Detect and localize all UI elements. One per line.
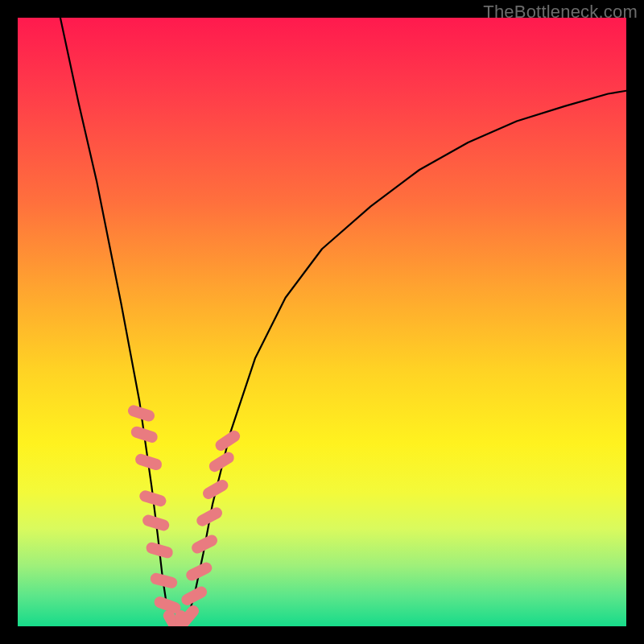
- watermark-text: TheBottleneck.com: [483, 2, 638, 23]
- data-marker: [213, 428, 242, 453]
- data-marker: [190, 533, 220, 555]
- data-marker: [184, 560, 214, 582]
- chart-plot-area: [18, 18, 626, 626]
- bottleneck-curve: [60, 18, 626, 626]
- chart-svg: [18, 18, 626, 626]
- data-marker: [200, 477, 229, 501]
- chart-frame: TheBottleneck.com: [0, 0, 644, 644]
- marker-group: [126, 403, 242, 626]
- data-marker: [180, 584, 209, 607]
- curve-group: [60, 18, 626, 626]
